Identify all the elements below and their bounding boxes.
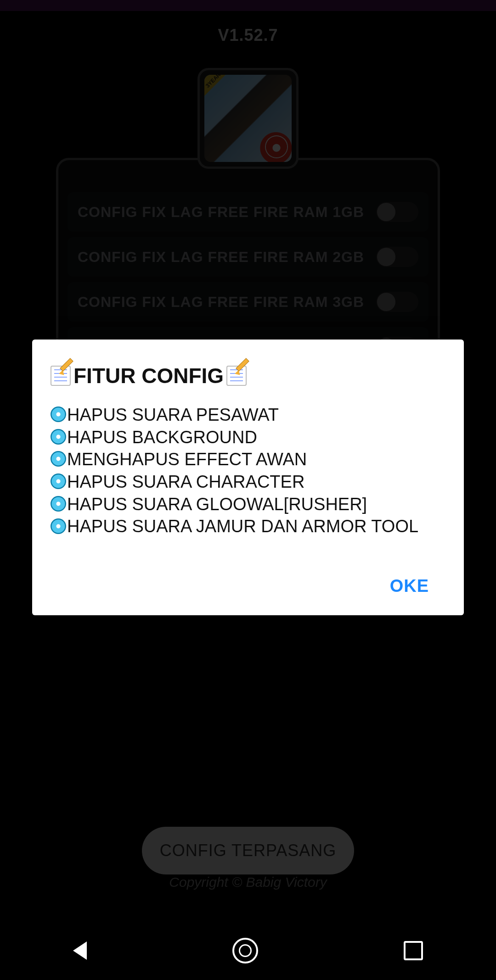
nav-recent-icon[interactable]	[404, 941, 423, 960]
bullet-icon	[51, 429, 66, 445]
dialog-body: HAPUS SUARA PESAWAT HAPUS BACKGROUND MEN…	[51, 404, 445, 538]
bullet-icon	[51, 473, 66, 489]
dialog-actions: OKE	[51, 570, 445, 602]
dialog-title-text: FITUR CONFIG	[73, 363, 224, 388]
dialog-item-text: HAPUS SUARA JAMUR DAN ARMOR TOOL	[67, 517, 418, 536]
dialog-item-text: HAPUS SUARA GLOOWAL[RUSHER]	[67, 493, 367, 516]
dialog-item: HAPUS SUARA CHARACTER	[51, 471, 445, 493]
memo-pencil-icon	[226, 366, 247, 386]
dialog-item-text: HAPUS SUARA PESAWAT	[67, 404, 279, 426]
dialog-item: HAPUS BACKGROUND	[51, 426, 445, 449]
bullet-icon	[51, 496, 66, 512]
bullet-icon	[51, 451, 66, 467]
dialog-item: HAPUS SUARA JAMUR DAN ARMOR TOOL	[51, 515, 445, 538]
app-root: V1.52.7 CONFIG FIX LAG FREE FIRE RAM 1GB…	[0, 0, 496, 980]
dialog-item-text: HAPUS SUARA CHARACTER	[67, 471, 304, 493]
bullet-icon	[51, 518, 66, 534]
dialog-title: FITUR CONFIG	[51, 363, 445, 388]
dialog-item: HAPUS SUARA GLOOWAL[RUSHER]	[51, 493, 445, 516]
ok-button[interactable]: OKE	[373, 570, 445, 602]
dialog-item: MENGHAPUS EFFECT AWAN	[51, 448, 445, 471]
nav-back-icon[interactable]	[73, 941, 87, 960]
dialog-item-text: MENGHAPUS EFFECT AWAN	[67, 448, 307, 471]
navigation-bar	[0, 921, 496, 980]
dialog-item-text: HAPUS BACKGROUND	[67, 426, 257, 449]
dialog-item: HAPUS SUARA PESAWAT	[51, 404, 445, 426]
feature-dialog: FITUR CONFIG HAPUS SUARA PESAWAT HAPUS B…	[32, 340, 464, 615]
nav-home-icon[interactable]	[232, 938, 258, 963]
bullet-icon	[51, 406, 66, 422]
memo-pencil-icon	[51, 366, 71, 386]
